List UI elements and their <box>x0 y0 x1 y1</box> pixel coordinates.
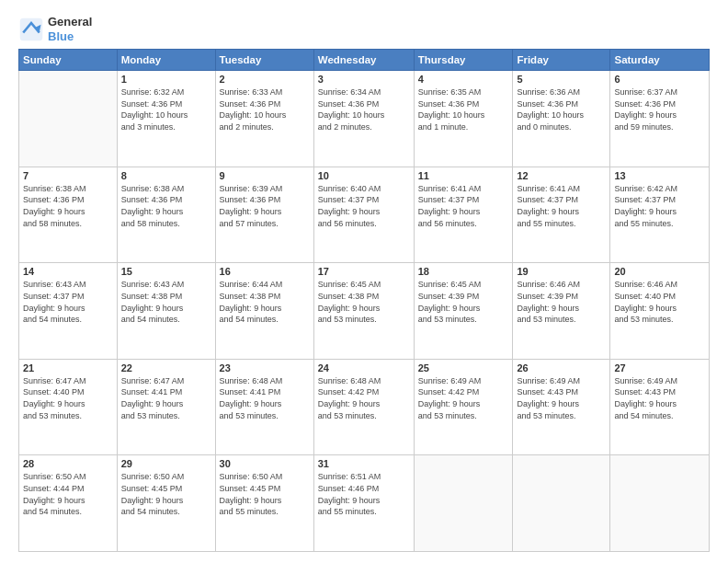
day-number: 19 <box>517 266 606 277</box>
day-cell: 14Sunrise: 6:43 AMSunset: 4:37 PMDayligh… <box>19 263 118 360</box>
day-info: Sunrise: 6:50 AMSunset: 4:45 PMDaylight:… <box>121 471 211 517</box>
calendar-table: SundayMondayTuesdayWednesdayThursdayFrid… <box>18 49 710 552</box>
col-header-friday: Friday <box>513 50 610 71</box>
day-number: 17 <box>318 266 410 277</box>
day-cell <box>19 71 118 167</box>
day-cell: 7Sunrise: 6:38 AMSunset: 4:36 PMDaylight… <box>19 167 118 263</box>
day-cell: 26Sunrise: 6:49 AMSunset: 4:43 PMDayligh… <box>513 359 610 455</box>
day-info: Sunrise: 6:50 AMSunset: 4:44 PMDaylight:… <box>23 471 113 517</box>
day-number: 18 <box>418 266 509 277</box>
day-info: Sunrise: 6:46 AMSunset: 4:39 PMDaylight:… <box>517 279 606 325</box>
week-row-1: 7Sunrise: 6:38 AMSunset: 4:36 PMDaylight… <box>19 167 710 263</box>
day-number: 10 <box>318 170 410 181</box>
day-info: Sunrise: 6:49 AMSunset: 4:43 PMDaylight:… <box>614 375 705 421</box>
col-header-tuesday: Tuesday <box>215 50 313 71</box>
day-number: 24 <box>318 362 410 373</box>
day-info: Sunrise: 6:49 AMSunset: 4:43 PMDaylight:… <box>517 375 606 421</box>
day-cell <box>513 455 610 552</box>
day-info: Sunrise: 6:41 AMSunset: 4:37 PMDaylight:… <box>517 183 606 229</box>
day-cell: 19Sunrise: 6:46 AMSunset: 4:39 PMDayligh… <box>513 263 610 360</box>
day-number: 5 <box>517 74 606 85</box>
col-header-wednesday: Wednesday <box>313 50 414 71</box>
day-number: 7 <box>23 170 113 181</box>
day-info: Sunrise: 6:44 AMSunset: 4:38 PMDaylight:… <box>220 279 310 325</box>
day-cell: 10Sunrise: 6:40 AMSunset: 4:37 PMDayligh… <box>313 167 414 263</box>
day-cell: 23Sunrise: 6:48 AMSunset: 4:41 PMDayligh… <box>215 359 313 455</box>
day-number: 12 <box>517 170 606 181</box>
col-header-monday: Monday <box>117 50 215 71</box>
day-info: Sunrise: 6:48 AMSunset: 4:41 PMDaylight:… <box>220 375 310 421</box>
day-number: 16 <box>220 266 310 277</box>
day-cell: 4Sunrise: 6:35 AMSunset: 4:36 PMDaylight… <box>414 71 513 167</box>
day-cell <box>610 455 710 552</box>
day-number: 26 <box>517 362 606 373</box>
day-cell <box>414 455 513 552</box>
day-number: 25 <box>418 362 509 373</box>
logo-text: General Blue <box>48 15 92 43</box>
day-cell: 18Sunrise: 6:45 AMSunset: 4:39 PMDayligh… <box>414 263 513 360</box>
day-number: 2 <box>220 74 310 85</box>
day-info: Sunrise: 6:45 AMSunset: 4:38 PMDaylight:… <box>318 279 410 325</box>
day-cell: 29Sunrise: 6:50 AMSunset: 4:45 PMDayligh… <box>117 455 215 552</box>
day-cell: 2Sunrise: 6:33 AMSunset: 4:36 PMDaylight… <box>215 71 313 167</box>
col-header-saturday: Saturday <box>610 50 710 71</box>
week-row-0: 1Sunrise: 6:32 AMSunset: 4:36 PMDaylight… <box>19 71 710 167</box>
day-cell: 22Sunrise: 6:47 AMSunset: 4:41 PMDayligh… <box>117 359 215 455</box>
day-number: 4 <box>418 74 509 85</box>
day-number: 9 <box>220 170 310 181</box>
col-header-sunday: Sunday <box>19 50 118 71</box>
day-number: 29 <box>121 458 211 469</box>
logo: General Blue <box>18 15 92 43</box>
logo-icon <box>18 17 44 42</box>
week-row-4: 28Sunrise: 6:50 AMSunset: 4:44 PMDayligh… <box>19 455 710 552</box>
day-info: Sunrise: 6:33 AMSunset: 4:36 PMDaylight:… <box>220 86 310 132</box>
day-number: 6 <box>614 74 705 85</box>
page: General Blue SundayMondayTuesdayWednesda… <box>0 0 728 563</box>
day-info: Sunrise: 6:51 AMSunset: 4:46 PMDaylight:… <box>318 471 410 517</box>
day-number: 1 <box>121 74 211 85</box>
day-cell: 12Sunrise: 6:41 AMSunset: 4:37 PMDayligh… <box>513 167 610 263</box>
day-cell: 9Sunrise: 6:39 AMSunset: 4:36 PMDaylight… <box>215 167 313 263</box>
day-cell: 13Sunrise: 6:42 AMSunset: 4:37 PMDayligh… <box>610 167 710 263</box>
day-info: Sunrise: 6:45 AMSunset: 4:39 PMDaylight:… <box>418 279 509 325</box>
day-number: 22 <box>121 362 211 373</box>
day-info: Sunrise: 6:35 AMSunset: 4:36 PMDaylight:… <box>418 86 509 132</box>
day-info: Sunrise: 6:49 AMSunset: 4:42 PMDaylight:… <box>418 375 509 421</box>
day-info: Sunrise: 6:46 AMSunset: 4:40 PMDaylight:… <box>614 279 705 325</box>
day-info: Sunrise: 6:41 AMSunset: 4:37 PMDaylight:… <box>418 183 509 229</box>
day-number: 11 <box>418 170 509 181</box>
day-cell: 31Sunrise: 6:51 AMSunset: 4:46 PMDayligh… <box>313 455 414 552</box>
day-cell: 6Sunrise: 6:37 AMSunset: 4:36 PMDaylight… <box>610 71 710 167</box>
day-info: Sunrise: 6:47 AMSunset: 4:41 PMDaylight:… <box>121 375 211 421</box>
day-number: 14 <box>23 266 113 277</box>
col-header-thursday: Thursday <box>414 50 513 71</box>
day-cell: 5Sunrise: 6:36 AMSunset: 4:36 PMDaylight… <box>513 71 610 167</box>
day-cell: 3Sunrise: 6:34 AMSunset: 4:36 PMDaylight… <box>313 71 414 167</box>
day-cell: 17Sunrise: 6:45 AMSunset: 4:38 PMDayligh… <box>313 263 414 360</box>
day-number: 13 <box>614 170 705 181</box>
day-cell: 16Sunrise: 6:44 AMSunset: 4:38 PMDayligh… <box>215 263 313 360</box>
day-info: Sunrise: 6:42 AMSunset: 4:37 PMDaylight:… <box>614 183 705 229</box>
day-cell: 28Sunrise: 6:50 AMSunset: 4:44 PMDayligh… <box>19 455 118 552</box>
day-number: 28 <box>23 458 113 469</box>
day-info: Sunrise: 6:47 AMSunset: 4:40 PMDaylight:… <box>23 375 113 421</box>
day-number: 23 <box>220 362 310 373</box>
day-info: Sunrise: 6:43 AMSunset: 4:38 PMDaylight:… <box>121 279 211 325</box>
day-info: Sunrise: 6:38 AMSunset: 4:36 PMDaylight:… <box>121 183 211 229</box>
day-info: Sunrise: 6:36 AMSunset: 4:36 PMDaylight:… <box>517 86 606 132</box>
day-info: Sunrise: 6:38 AMSunset: 4:36 PMDaylight:… <box>23 183 113 229</box>
day-info: Sunrise: 6:37 AMSunset: 4:36 PMDaylight:… <box>614 86 705 132</box>
day-info: Sunrise: 6:43 AMSunset: 4:37 PMDaylight:… <box>23 279 113 325</box>
day-number: 21 <box>23 362 113 373</box>
day-info: Sunrise: 6:50 AMSunset: 4:45 PMDaylight:… <box>220 471 310 517</box>
day-cell: 27Sunrise: 6:49 AMSunset: 4:43 PMDayligh… <box>610 359 710 455</box>
day-number: 27 <box>614 362 705 373</box>
day-info: Sunrise: 6:48 AMSunset: 4:42 PMDaylight:… <box>318 375 410 421</box>
day-cell: 15Sunrise: 6:43 AMSunset: 4:38 PMDayligh… <box>117 263 215 360</box>
week-row-2: 14Sunrise: 6:43 AMSunset: 4:37 PMDayligh… <box>19 263 710 360</box>
day-number: 20 <box>614 266 705 277</box>
day-cell: 20Sunrise: 6:46 AMSunset: 4:40 PMDayligh… <box>610 263 710 360</box>
day-cell: 11Sunrise: 6:41 AMSunset: 4:37 PMDayligh… <box>414 167 513 263</box>
day-number: 15 <box>121 266 211 277</box>
day-info: Sunrise: 6:40 AMSunset: 4:37 PMDaylight:… <box>318 183 410 229</box>
